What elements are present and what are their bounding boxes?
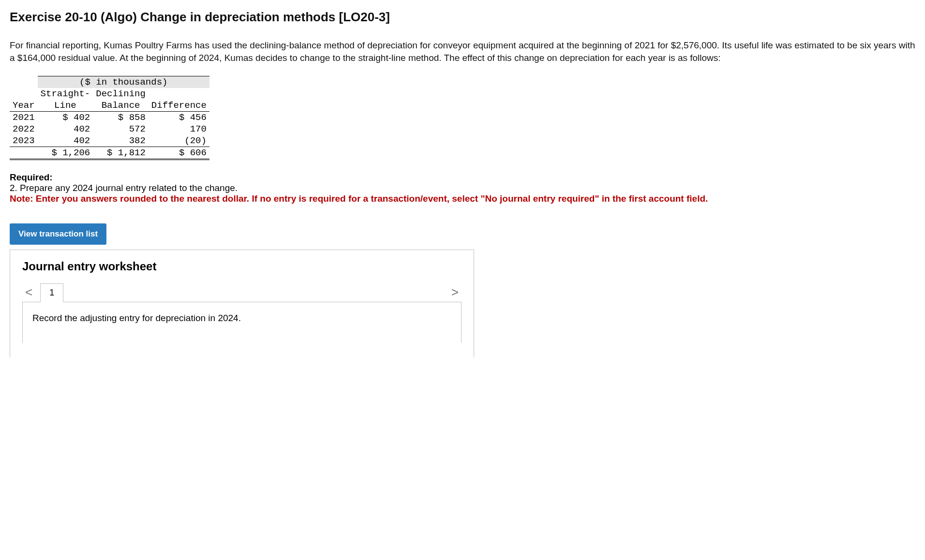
required-text: 2. Prepare any 2024 journal entry relate… <box>10 183 915 193</box>
entry-instruction: Record the adjusting entry for depreciat… <box>32 313 241 323</box>
chevron-right-icon[interactable]: > <box>448 283 462 302</box>
col-declining-1: Declining <box>93 88 149 100</box>
col-straight-line-2: Line <box>38 100 93 112</box>
chevron-left-icon[interactable]: < <box>22 283 35 302</box>
journal-worksheet: Journal entry worksheet < 1 > Record the… <box>10 250 474 357</box>
exercise-title: Exercise 20-10 (Algo) Change in deprecia… <box>10 10 915 25</box>
entry-instruction-box: Record the adjusting entry for depreciat… <box>22 302 462 343</box>
col-difference: Difference <box>149 100 209 112</box>
table-row: 2023 402 382 (20) <box>10 135 209 147</box>
worksheet-title: Journal entry worksheet <box>22 260 462 273</box>
table-units: ($ in thousands) <box>38 76 209 88</box>
problem-intro: For financial reporting, Kumas Poultry F… <box>10 39 915 64</box>
table-totals: $ 1,206 $ 1,812 $ 606 <box>10 147 209 160</box>
required-note: Note: Enter you answers rounded to the n… <box>10 193 915 204</box>
table-row: 2021 $ 402 $ 858 $ 456 <box>10 112 209 124</box>
depreciation-table: ($ in thousands) Straight- Declining Yea… <box>10 76 209 160</box>
col-declining-2: Balance <box>93 100 149 112</box>
required-label: Required: <box>10 172 915 183</box>
tab-1[interactable]: 1 <box>40 283 63 302</box>
table-row: 2022 402 572 170 <box>10 123 209 135</box>
view-transaction-list-button[interactable]: View transaction list <box>10 223 106 245</box>
col-year: Year <box>10 100 38 112</box>
col-straight-line-1: Straight- <box>38 88 93 100</box>
